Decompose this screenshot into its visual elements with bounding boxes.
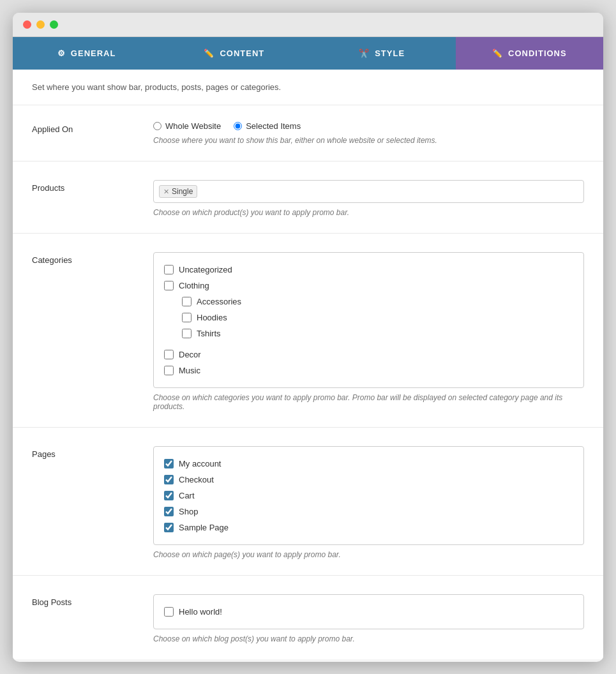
categories-hint: Choose on which categories you want to a… — [153, 393, 584, 411]
cart-checkbox[interactable] — [164, 491, 174, 500]
single-tag: ✕ Single — [159, 185, 197, 198]
scissors-icon: ✂️ — [359, 49, 370, 58]
pages-list: My account Checkout Cart Shop — [153, 446, 584, 545]
applied-on-label: Applied On — [13, 118, 153, 148]
checkout-checkbox[interactable] — [164, 475, 174, 484]
close-button[interactable] — [23, 20, 31, 29]
products-content: ✕ Single Choose on which product(s) you … — [153, 177, 603, 220]
tshirts-checkbox[interactable] — [182, 329, 192, 338]
category-music[interactable]: Music — [164, 363, 573, 378]
categories-content: Uncategorized Clothing Accessories — [153, 249, 603, 414]
shop-checkbox[interactable] — [164, 507, 174, 516]
my-account-checkbox[interactable] — [164, 459, 174, 468]
applied-on-content: Whole Website Selected Items Choose wher… — [153, 118, 603, 148]
accessories-label: Accessories — [197, 297, 241, 306]
selected-items-radio[interactable] — [234, 122, 242, 130]
category-accessories[interactable]: Accessories — [182, 294, 573, 310]
app-window: ⚙ GENERAL ✏️ CONTENT ✂️ STYLE ✏️ CONDITI… — [13, 13, 603, 662]
selected-items-option[interactable]: Selected Items — [234, 121, 301, 131]
category-tshirts[interactable]: Tshirts — [182, 326, 573, 341]
whole-website-option[interactable]: Whole Website — [153, 121, 221, 131]
categories-list: Uncategorized Clothing Accessories — [153, 252, 584, 388]
my-account-label: My account — [179, 459, 221, 468]
hoodies-label: Hoodies — [197, 313, 227, 322]
decor-label: Decor — [179, 350, 201, 359]
category-decor[interactable]: Decor — [164, 347, 573, 363]
page-shop[interactable]: Shop — [164, 504, 573, 520]
tab-conditions[interactable]: ✏️ CONDITIONS — [456, 37, 603, 70]
pages-content: My account Checkout Cart Shop — [153, 443, 603, 562]
category-clothing[interactable]: Clothing — [164, 278, 573, 294]
blog-posts-label: Blog Posts — [13, 591, 153, 647]
clothing-sub-items: Accessories Hoodies Tshirts — [182, 294, 573, 341]
whole-website-radio[interactable] — [153, 122, 162, 130]
blog-posts-content: Hello world! Choose on which blog post(s… — [153, 591, 603, 647]
hoodies-checkbox[interactable] — [182, 313, 192, 322]
blog-posts-row: Blog Posts Hello world! Choose on which … — [13, 578, 603, 659]
hello-world-checkbox[interactable] — [164, 607, 174, 617]
conditions-icon: ✏️ — [492, 49, 503, 58]
pencil-icon: ✏️ — [204, 49, 214, 58]
accessories-checkbox[interactable] — [182, 297, 192, 306]
category-hoodies[interactable]: Hoodies — [182, 310, 573, 326]
tag-remove-icon[interactable]: ✕ — [163, 188, 169, 196]
page-my-account[interactable]: My account — [164, 456, 573, 472]
clothing-checkbox[interactable] — [164, 281, 174, 290]
applied-on-hint: Choose where you want to show this bar, … — [153, 136, 584, 145]
minimize-button[interactable] — [36, 20, 45, 29]
products-tag-input[interactable]: ✕ Single — [153, 180, 584, 203]
page-cart[interactable]: Cart — [164, 488, 573, 504]
pages-row: Pages My account Checkout Cart — [13, 430, 603, 576]
decor-checkbox[interactable] — [164, 350, 174, 359]
cart-label: Cart — [179, 491, 195, 500]
whole-website-label: Whole Website — [165, 121, 221, 131]
tab-general-label: GENERAL — [71, 49, 116, 58]
blog-hello-world[interactable]: Hello world! — [164, 604, 573, 620]
tab-conditions-label: CONDITIONS — [508, 49, 567, 58]
gear-icon: ⚙ — [57, 49, 66, 58]
uncategorized-label: Uncategorized — [179, 265, 232, 274]
maximize-button[interactable] — [50, 20, 58, 29]
checkout-label: Checkout — [179, 475, 214, 484]
info-text: Set where you want show bar, products, p… — [32, 82, 281, 92]
products-row: Products ✕ Single Choose on which produc… — [13, 164, 603, 234]
categories-row: Categories Uncategorized Clothing — [13, 236, 603, 428]
music-checkbox[interactable] — [164, 366, 174, 375]
category-uncategorized[interactable]: Uncategorized — [164, 262, 573, 278]
page-sample[interactable]: Sample Page — [164, 520, 573, 535]
tab-style[interactable]: ✂️ STYLE — [308, 37, 456, 70]
products-hint: Choose on which product(s) you want to a… — [153, 208, 584, 217]
products-label: Products — [13, 177, 153, 220]
info-bar: Set where you want show bar, products, p… — [13, 70, 603, 105]
uncategorized-checkbox[interactable] — [164, 265, 174, 274]
music-label: Music — [179, 366, 200, 375]
pages-label: Pages — [13, 443, 153, 562]
tab-style-label: STYLE — [375, 49, 405, 58]
main-content: Set where you want show bar, products, p… — [13, 70, 603, 659]
tab-general[interactable]: ⚙ GENERAL — [13, 37, 160, 70]
sample-page-checkbox[interactable] — [164, 523, 174, 532]
applied-on-row: Applied On Whole Website Selected Items … — [13, 105, 603, 161]
shop-label: Shop — [179, 507, 198, 516]
title-bar — [13, 13, 603, 37]
hello-world-label: Hello world! — [179, 607, 222, 617]
blog-posts-hint: Choose on which blog post(s) you want to… — [153, 634, 584, 643]
clothing-label: Clothing — [179, 281, 209, 290]
tab-content-label: CONTENT — [220, 49, 264, 58]
tab-content[interactable]: ✏️ CONTENT — [160, 37, 308, 70]
blog-posts-list: Hello world! — [153, 594, 584, 629]
tag-label: Single — [172, 187, 193, 196]
tshirts-label: Tshirts — [197, 329, 221, 338]
radio-group: Whole Website Selected Items — [153, 121, 584, 131]
selected-items-label: Selected Items — [246, 121, 301, 131]
categories-label: Categories — [13, 249, 153, 414]
page-checkout[interactable]: Checkout — [164, 472, 573, 488]
tab-bar: ⚙ GENERAL ✏️ CONTENT ✂️ STYLE ✏️ CONDITI… — [13, 37, 603, 70]
pages-hint: Choose on which page(s) you want to appl… — [153, 550, 584, 559]
sample-page-label: Sample Page — [179, 523, 229, 532]
